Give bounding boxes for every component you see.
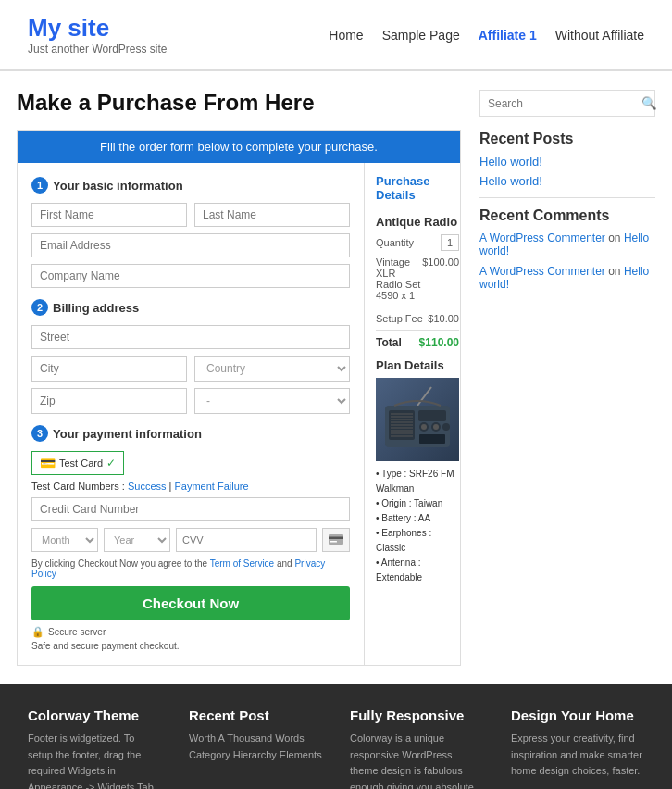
- footer: Colorway Theme Footer is widgetized. To …: [0, 684, 672, 789]
- tos-link[interactable]: Term of Service: [210, 558, 274, 569]
- svg-point-20: [442, 423, 450, 431]
- company-row: [31, 264, 350, 288]
- product-line-text: Vintage XLR Radio Set 4590 x 1: [376, 257, 422, 301]
- purchase-divider: [376, 307, 459, 307]
- footer-col2-title: Recent Post: [189, 708, 322, 723]
- footer-col1-text: Footer is widgetized. To setup the foote…: [28, 731, 161, 789]
- form-right: Purchase Details Antique Radio Quantity …: [365, 163, 461, 665]
- cc-number-row: [31, 497, 350, 521]
- nav-home[interactable]: Home: [329, 28, 363, 43]
- nav-sample-page[interactable]: Sample Page: [382, 28, 460, 43]
- search-button[interactable]: 🔍: [634, 91, 665, 116]
- total-label: Total: [376, 336, 402, 349]
- plan-detail-item: Type : SRF26 FM Walkman: [376, 467, 459, 496]
- year-select[interactable]: Year: [104, 528, 170, 552]
- recent-post-link-2[interactable]: Hello world!: [479, 174, 655, 188]
- product-price: $100.00: [422, 257, 459, 301]
- total-divider: [376, 330, 459, 331]
- search-input[interactable]: [480, 91, 634, 116]
- comment-author-2[interactable]: A WordPress Commenter: [479, 265, 605, 278]
- section2-label: Billing address: [53, 301, 139, 315]
- main-container: Make a Purchase From Here Fill the order…: [3, 71, 669, 684]
- city-input[interactable]: [31, 356, 187, 382]
- street-input[interactable]: [31, 325, 350, 349]
- section2-heading: 2 Billing address: [31, 299, 350, 316]
- section2-number: 2: [31, 299, 48, 316]
- footer-col2-text: Worth A Thousand Words Category Hierarch…: [189, 731, 322, 763]
- svg-point-19: [433, 424, 439, 430]
- site-header: My site Just another WordPress site Home…: [0, 0, 672, 70]
- sidebar: 🔍 Recent Posts Hello world! Hello world!…: [479, 90, 655, 666]
- recent-post-link-1[interactable]: Hello world!: [479, 155, 655, 169]
- footer-col3-title: Fully Responsive: [350, 708, 483, 723]
- card-failure-link[interactable]: Payment Failure: [175, 481, 249, 492]
- card-check-icon: ✓: [106, 457, 116, 470]
- payment-section: 3 Your payment information 💳 Test Card ✓…: [31, 425, 350, 651]
- footer-col-4: Design Your Home Express your creativity…: [511, 708, 644, 789]
- section3-heading: 3 Your payment information: [31, 425, 350, 442]
- card-numbers-row: Test Card Numbers : Success | Payment Fa…: [31, 481, 350, 492]
- footer-col3-text: Colorway is a unique responsive WordPres…: [350, 731, 483, 789]
- cvv-card-icon: [322, 528, 350, 552]
- card-success-link[interactable]: Success: [128, 481, 167, 492]
- card-badge-label: Test Card: [59, 457, 103, 469]
- plan-detail-item: Battery : AA: [376, 511, 459, 526]
- plan-details-list: Type : SRF26 FM Walkman Origin : Taiwan …: [376, 467, 459, 585]
- footer-col4-text: Express your creativity, find inspiratio…: [511, 731, 644, 780]
- secure-server-label: Secure server: [48, 627, 106, 637]
- recent-comments-title: Recent Comments: [479, 207, 655, 224]
- street-row: [31, 325, 350, 349]
- content-area: Make a Purchase From Here Fill the order…: [17, 90, 461, 666]
- email-input[interactable]: [31, 233, 350, 257]
- zip-input[interactable]: [31, 388, 187, 414]
- billing-section: 2 Billing address Country: [31, 299, 350, 414]
- dash-select[interactable]: -: [194, 388, 350, 414]
- total-amount: $110.00: [419, 336, 459, 349]
- cvv-input[interactable]: [176, 528, 317, 552]
- country-select[interactable]: Country: [194, 356, 350, 382]
- svg-rect-21: [419, 434, 445, 444]
- form-body: 1 Your basic information: [18, 163, 460, 665]
- footer-col-2: Recent Post Worth A Thousand Words Categ…: [189, 708, 322, 789]
- nav-without-affiliate[interactable]: Without Affiliate: [555, 28, 644, 43]
- nav-affiliate1[interactable]: Affiliate 1: [479, 28, 537, 43]
- svg-rect-2: [330, 541, 337, 543]
- plan-detail-item: Earphones : Classic: [376, 526, 459, 556]
- site-branding: My site Just another WordPress site: [28, 14, 168, 56]
- page-title: Make a Purchase From Here: [17, 90, 461, 116]
- quantity-value: 1: [441, 234, 459, 251]
- secure-text: Safe and secure payment checkout.: [31, 641, 350, 651]
- section1-label: Your basic information: [53, 179, 183, 193]
- email-row: [31, 233, 350, 257]
- comment-item-2: A WordPress Commenter on Hello world!: [479, 265, 655, 291]
- section1-number: 1: [31, 177, 48, 194]
- setup-fee-label: Setup Fee: [376, 313, 423, 324]
- svg-rect-15: [418, 410, 446, 421]
- city-country-row: Country: [31, 356, 350, 382]
- setup-fee-price: $10.00: [428, 313, 459, 324]
- cc-number-input[interactable]: [31, 497, 350, 521]
- month-select[interactable]: Month: [31, 528, 98, 552]
- company-input[interactable]: [31, 264, 350, 288]
- site-tagline: Just another WordPress site: [28, 43, 168, 56]
- month-year-cvv-row: Month Year: [31, 528, 350, 552]
- section3-number: 3: [31, 425, 48, 442]
- footer-col-1: Colorway Theme Footer is widgetized. To …: [28, 708, 161, 789]
- purchase-form-container: Fill the order form below to complete yo…: [17, 130, 461, 666]
- quantity-row: Quantity 1: [376, 234, 459, 251]
- plan-title: Plan Details: [376, 358, 459, 372]
- checkout-button[interactable]: Checkout Now: [31, 586, 350, 620]
- purchase-details-title: Purchase Details: [376, 174, 459, 207]
- section1-heading: 1 Your basic information: [31, 177, 350, 194]
- radio-product-image: [376, 378, 459, 461]
- product-line: Vintage XLR Radio Set 4590 x 1 $100.00: [376, 257, 459, 301]
- first-name-input[interactable]: [31, 203, 187, 227]
- secure-row: 🔒 Secure server: [31, 626, 350, 638]
- total-row: Total $110.00: [376, 336, 459, 349]
- section3-label: Your payment information: [53, 427, 202, 441]
- form-left: 1 Your basic information: [18, 163, 365, 665]
- comment-author-1[interactable]: A WordPress Commenter: [479, 232, 605, 244]
- product-name: Antique Radio: [376, 215, 459, 229]
- svg-point-17: [421, 424, 427, 430]
- last-name-input[interactable]: [194, 203, 350, 227]
